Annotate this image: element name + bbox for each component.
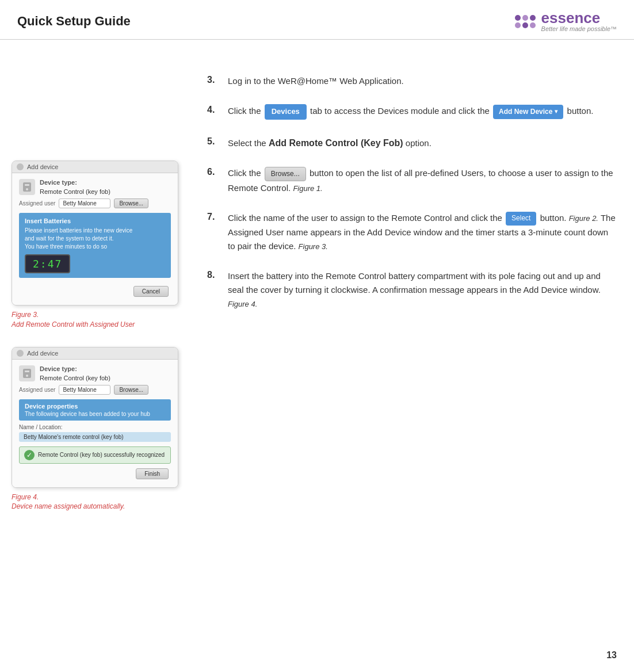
figure4-caption-line2: Device name assigned automatically. <box>12 502 190 511</box>
step5: 5. Select the Add Remote Control (Key Fo… <box>207 136 617 151</box>
svg-point-5 <box>26 375 28 377</box>
figure3-batteries-text: Please insert batteries into the new dev… <box>25 227 165 251</box>
figure4-props-box: Device properties The following device h… <box>19 399 171 421</box>
step8: 8. Insert the battery into the Remote Co… <box>207 269 617 311</box>
step5-content: Select the Add Remote Control (Key Fob) … <box>228 136 431 151</box>
logo-dot-2 <box>522 15 528 21</box>
logo-name: essence <box>541 10 617 25</box>
svg-point-2 <box>26 188 28 190</box>
figure4-browse-button[interactable]: Browse... <box>114 385 148 395</box>
figure3-timer: 2:47 <box>25 254 70 273</box>
figure4-props-text: The following device has been added to y… <box>25 411 165 417</box>
figure4-device-type-value: Remote Control (key fob) <box>40 375 110 381</box>
step7-text-before: Click the name of the user to assign to … <box>228 213 502 223</box>
svg-rect-4 <box>25 371 29 372</box>
step5-text-after: option. <box>406 138 431 148</box>
figure4-titlebar: Add device <box>12 348 178 360</box>
svg-rect-1 <box>25 184 29 186</box>
step8-text: Insert the battery into the Remote Contr… <box>228 271 601 295</box>
step3: 3. Log in to the WeR@Home™ Web Applicati… <box>207 74 617 88</box>
figure3-caption-line1: Figure 3. <box>12 310 190 320</box>
devices-button[interactable]: Devices <box>265 104 307 120</box>
figure3-assigned-row: Assigned user Betty Malone Browse... <box>19 198 171 208</box>
figure3-cancel-button[interactable]: Cancel <box>133 286 169 297</box>
figure3-browse-button[interactable]: Browse... <box>114 198 148 208</box>
step3-number: 3. <box>207 74 220 85</box>
step5-bold-text: Add Remote Control (Key Fob) <box>269 138 403 148</box>
figure4-finish-button[interactable]: Finish <box>136 468 169 479</box>
step8-figure-ref: Figure 4. <box>228 300 257 308</box>
figure3-body: Device type: Remote Control (key fob) As… <box>12 173 178 305</box>
figure3-caption: Figure 3. Add Remote Control with Assign… <box>12 310 190 330</box>
figure3-title: Add device <box>27 163 58 170</box>
figure3-batteries-title: Insert Batteries <box>25 217 165 224</box>
step3-content: Log in to the WeR@Home™ Web Application. <box>228 74 404 88</box>
figure4-assigned-input[interactable]: Betty Malone <box>59 385 110 395</box>
step6-text-before: Click the <box>228 168 261 178</box>
figures-column: Add device Device type: Remote Control (… <box>12 57 190 511</box>
logo: essence Better life made possible™ <box>515 10 617 32</box>
logo-dots <box>515 15 536 28</box>
page-header: Quick Setup Guide essence Better life ma… <box>0 0 634 40</box>
logo-dot-1 <box>515 15 521 21</box>
figure4-device-type-label: Device type: <box>40 365 110 372</box>
step4-text-after: button. <box>567 106 594 116</box>
main-content: Add device Device type: Remote Control (… <box>0 40 634 529</box>
figure3-device-type-label: Device type: <box>40 179 110 186</box>
page-number: 13 <box>606 650 617 660</box>
figure4-props-title: Device properties <box>25 403 165 410</box>
logo-text: essence Better life made possible™ <box>541 10 617 32</box>
figure3-cancel-area: Cancel <box>19 282 171 299</box>
figure3-device-type-value: Remote Control (key fob) <box>40 188 110 195</box>
step6-content: Click the Browse... button to open the l… <box>228 166 617 195</box>
figure3-titlebar: Add device <box>12 161 178 173</box>
figure4-success-text: Remote Control (key fob) successfully re… <box>38 452 165 458</box>
figure4-name-input[interactable]: Betty Malone's remote control (key fob) <box>19 432 171 442</box>
figure3-container: Add device Device type: Remote Control (… <box>12 161 190 330</box>
figure4-container: Add device Device type: Remote Control (… <box>12 347 190 512</box>
step4-text-before: Click the <box>228 106 261 116</box>
figure3-assigned-input[interactable]: Betty Malone <box>59 198 110 208</box>
select-button[interactable]: Select <box>506 212 536 225</box>
figure4-name-label: Name / Location: <box>19 424 171 430</box>
step7-figure-ref3: Figure 3. <box>299 242 328 251</box>
step8-number: 8. <box>207 269 220 280</box>
step7: 7. Click the name of the user to assign … <box>207 211 617 253</box>
figure4-assigned-row: Assigned user Betty Malone Browse... <box>19 385 171 395</box>
figure4-finish-area: Finish <box>19 464 171 482</box>
logo-dot-5 <box>522 22 528 28</box>
logo-dot-4 <box>515 22 521 28</box>
step4-text-middle: tab to access the Devices module and cli… <box>310 106 490 116</box>
figure3-device-row: Device type: Remote Control (key fob) <box>19 179 171 195</box>
step4: 4. Click the Devices tab to access the D… <box>207 104 617 120</box>
figure4-device-row: Device type: Remote Control (key fob) <box>19 365 171 381</box>
step7-number: 7. <box>207 211 220 222</box>
logo-tagline: Better life made possible™ <box>541 25 617 32</box>
figure3-device-icon <box>19 179 35 195</box>
figure3-device-info: Device type: Remote Control (key fob) <box>40 179 110 195</box>
step6-figure-ref: Figure 1. <box>293 184 322 193</box>
figure3-close[interactable] <box>17 163 24 170</box>
figure4-success-row: ✓ Remote Control (key fob) successfully … <box>19 446 171 464</box>
figure4-body: Device type: Remote Control (key fob) As… <box>12 360 178 487</box>
figure3-batteries-box: Insert Batteries Please insert batteries… <box>19 213 171 278</box>
step7-text-middle: button. <box>540 213 567 223</box>
step5-number: 5. <box>207 136 220 147</box>
figure4-caption: Figure 4. Device name assigned automatic… <box>12 492 190 512</box>
figure4-caption-line1: Figure 4. <box>12 492 190 502</box>
instructions-column: 3. Log in to the WeR@Home™ Web Applicati… <box>207 57 617 511</box>
step6: 6. Click the Browse... button to open th… <box>207 166 617 195</box>
browse-button[interactable]: Browse... <box>265 167 306 181</box>
figure3-caption-line2: Add Remote Control with Assigned User <box>12 320 190 330</box>
logo-dot-3 <box>530 15 536 21</box>
figure4-title: Add device <box>27 350 58 357</box>
step8-content: Insert the battery into the Remote Contr… <box>228 269 617 311</box>
step4-content: Click the Devices tab to access the Devi… <box>228 104 593 120</box>
figure4-device-info: Device type: Remote Control (key fob) <box>40 365 110 381</box>
figure4-assigned-label: Assigned user <box>19 387 55 393</box>
figure4-device-icon <box>19 365 35 381</box>
step4-number: 4. <box>207 104 220 115</box>
step5-text-before: Select the <box>228 138 266 148</box>
add-new-device-button[interactable]: Add New Device ▾ <box>493 105 563 119</box>
figure4-close[interactable] <box>17 350 24 357</box>
